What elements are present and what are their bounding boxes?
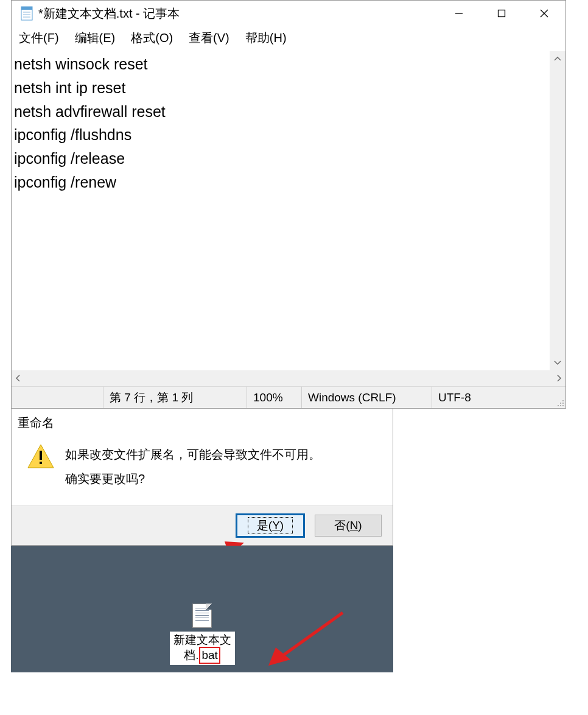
resize-grip-icon[interactable] <box>555 387 565 408</box>
status-position: 第 7 行，第 1 列 <box>103 387 247 408</box>
svg-point-14 <box>562 405 564 406</box>
dialog-title: 重命名 <box>12 409 393 434</box>
svg-point-13 <box>560 405 561 406</box>
titlebar[interactable]: *新建文本文档.txt - 记事本 <box>12 1 565 26</box>
dialog-button-row: 是(Y) 否(N) <box>12 505 393 545</box>
status-eol: Windows (CRLF) <box>301 387 432 408</box>
notepad-icon <box>20 5 33 22</box>
minimize-button[interactable] <box>438 1 480 26</box>
text-editor[interactable]: netsh winsock reset netsh int ip reset n… <box>12 51 550 370</box>
statusbar: 第 7 行，第 1 列 100% Windows (CRLF) UTF-8 <box>12 386 565 408</box>
dialog-text: 如果改变文件扩展名，可能会导致文件不可用。 确实要更改吗? <box>65 442 321 491</box>
no-label-suffix: ) <box>358 519 362 532</box>
scroll-left-icon[interactable] <box>15 372 20 385</box>
maximize-button[interactable] <box>480 1 523 26</box>
filename-line1: 新建文本文 <box>173 633 231 646</box>
dialog-line-1: 如果改变文件扩展名，可能会导致文件不可用。 <box>65 442 321 467</box>
dialog-line-2: 确实要更改吗? <box>65 467 321 491</box>
menubar: 文件(F) 编辑(E) 格式(O) 查看(V) 帮助(H) <box>12 26 565 51</box>
svg-point-9 <box>562 400 564 401</box>
yes-button[interactable]: 是(Y) <box>237 515 304 537</box>
svg-rect-16 <box>40 451 42 460</box>
no-label-prefix: 否( <box>334 518 349 534</box>
editor-area: netsh winsock reset netsh int ip reset n… <box>12 51 565 370</box>
dialog-body: 如果改变文件扩展名，可能会导致文件不可用。 确实要更改吗? <box>12 434 393 505</box>
scroll-up-icon[interactable] <box>550 51 565 66</box>
notepad-window: *新建文本文档.txt - 记事本 文件(F) 编辑(E) 格式(O) 查看(V… <box>11 0 566 409</box>
desktop-area: 新建文本文 档.bat <box>11 546 393 672</box>
file-icon[interactable] <box>192 604 212 628</box>
status-encoding: UTF-8 <box>432 387 555 408</box>
horizontal-scrollbar[interactable] <box>12 370 565 386</box>
rename-dialog: 重命名 如果改变文件扩展名，可能会导致文件不可用。 确实要更改吗? 是(Y) 否… <box>11 409 393 546</box>
status-blank <box>12 387 103 408</box>
svg-marker-21 <box>268 647 290 666</box>
window-title: *新建文本文档.txt - 记事本 <box>38 5 180 22</box>
menu-format[interactable]: 格式(O) <box>127 29 177 48</box>
svg-rect-1 <box>21 7 32 10</box>
status-zoom: 100% <box>247 387 301 408</box>
no-accelerator: N <box>350 519 359 532</box>
close-button[interactable] <box>523 1 565 26</box>
filename-extension: bat <box>199 647 220 664</box>
svg-line-20 <box>281 613 343 657</box>
yes-accelerator: Y <box>272 519 280 532</box>
scroll-down-icon[interactable] <box>550 356 565 370</box>
annotation-arrow-ext <box>257 610 349 671</box>
svg-point-11 <box>562 403 564 404</box>
svg-point-12 <box>558 405 559 406</box>
yes-label-suffix: ) <box>280 519 284 532</box>
warning-icon <box>25 442 57 491</box>
vertical-scrollbar[interactable] <box>550 51 565 370</box>
menu-edit[interactable]: 编辑(E) <box>71 29 119 48</box>
menu-view[interactable]: 查看(V) <box>185 29 233 48</box>
svg-point-10 <box>560 403 561 404</box>
no-button[interactable]: 否(N) <box>315 515 382 537</box>
scroll-right-icon[interactable] <box>557 372 562 385</box>
svg-rect-6 <box>499 10 505 17</box>
svg-rect-17 <box>40 462 42 464</box>
filename-line2-prefix: 档. <box>184 649 198 661</box>
menu-file[interactable]: 文件(F) <box>15 29 63 48</box>
yes-label-prefix: 是( <box>257 519 272 532</box>
file-rename-label[interactable]: 新建文本文 档.bat <box>170 632 235 666</box>
menu-help[interactable]: 帮助(H) <box>242 29 290 48</box>
